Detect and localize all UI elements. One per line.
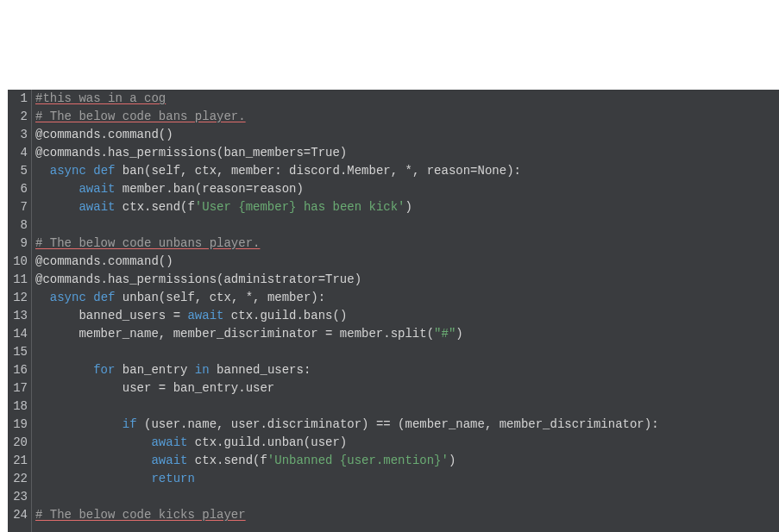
token-comment: #this was in a cog bbox=[35, 91, 166, 105]
code-line[interactable]: await member.ban(reason=reason) bbox=[35, 180, 779, 198]
token-async: async bbox=[50, 164, 86, 178]
token-comment: # The below code unbans player. bbox=[35, 236, 260, 250]
code-line[interactable]: member_name, member_discriminator = memb… bbox=[35, 325, 779, 343]
token-plain: banned_users: bbox=[210, 363, 311, 377]
token-plain: ctx.send(f bbox=[187, 454, 267, 467]
token-await: await bbox=[151, 454, 187, 467]
token-async: async bbox=[50, 291, 86, 304]
token-string: 'Unbanned {user.mention}' bbox=[267, 454, 449, 467]
code-area[interactable]: #this was in a cog# The below code bans … bbox=[32, 90, 779, 532]
line-number: 15 bbox=[8, 343, 31, 361]
token-plain: user = ban_entry.user bbox=[35, 381, 274, 395]
line-number: 22 bbox=[8, 470, 31, 488]
token-await: await bbox=[79, 182, 115, 196]
code-line[interactable] bbox=[35, 343, 779, 361]
token-plain bbox=[35, 472, 151, 485]
line-number: 3 bbox=[8, 126, 31, 144]
line-number: 16 bbox=[8, 361, 31, 379]
code-line[interactable]: await ctx.guild.unban(user) bbox=[35, 434, 779, 452]
code-line[interactable]: await ctx.send(f'Unbanned {user.mention}… bbox=[35, 452, 779, 470]
code-line[interactable]: user = ban_entry.user bbox=[35, 379, 779, 397]
token-return: return bbox=[151, 472, 194, 485]
line-number-gutter: 123456789101112131415161718192021222324 bbox=[8, 90, 32, 532]
token-plain bbox=[35, 435, 151, 449]
token-plain: ban_entry bbox=[115, 363, 194, 377]
token-string: "#" bbox=[434, 327, 455, 341]
code-line[interactable]: await ctx.send(f'User {member} has been … bbox=[35, 198, 779, 216]
token-plain bbox=[35, 200, 79, 214]
token-plain: ctx.guild.bans() bbox=[223, 309, 347, 322]
code-line[interactable]: #this was in a cog bbox=[35, 90, 779, 108]
token-plain: ) bbox=[405, 200, 412, 214]
token-string: 'User {member} has been kick' bbox=[195, 200, 405, 214]
token-plain: @commands.has_permissions(administrator=… bbox=[35, 272, 361, 286]
code-line[interactable] bbox=[35, 397, 779, 416]
token-plain: member.ban(reason=reason) bbox=[115, 182, 303, 196]
line-number: 6 bbox=[8, 180, 31, 198]
token-plain: @commands.command() bbox=[35, 254, 173, 268]
code-line[interactable]: async def unban(self, ctx, *, member): bbox=[35, 289, 779, 307]
line-number: 24 bbox=[8, 506, 31, 524]
line-number: 12 bbox=[8, 289, 31, 307]
token-plain bbox=[35, 454, 151, 467]
token-plain: banned_users = bbox=[35, 309, 187, 322]
token-plain bbox=[35, 182, 79, 196]
line-number: 10 bbox=[8, 253, 31, 271]
line-number: 23 bbox=[8, 488, 31, 506]
token-plain: ctx.send(f bbox=[115, 200, 194, 214]
code-line[interactable]: if (user.name, user.discriminator) == (m… bbox=[35, 416, 779, 434]
token-plain bbox=[35, 164, 50, 178]
token-keyword: def bbox=[93, 164, 115, 178]
token-await: await bbox=[79, 200, 115, 214]
code-line[interactable]: # The below code bans player. bbox=[35, 108, 779, 126]
token-plain bbox=[35, 291, 50, 304]
line-number: 1 bbox=[8, 90, 31, 108]
token-plain bbox=[35, 417, 123, 431]
token-plain: @commands.has_permissions(ban_members=Tr… bbox=[35, 146, 347, 160]
line-number: 8 bbox=[8, 216, 31, 235]
code-line[interactable]: return bbox=[35, 470, 779, 488]
line-number: 17 bbox=[8, 379, 31, 397]
token-plain: member_name, member_discriminator = memb… bbox=[35, 327, 434, 341]
code-line[interactable]: # The below code kicks player bbox=[35, 506, 779, 524]
code-editor[interactable]: 123456789101112131415161718192021222324 … bbox=[8, 90, 779, 532]
token-plain: ctx.guild.unban(user) bbox=[187, 435, 347, 449]
code-line[interactable]: # The below code unbans player. bbox=[35, 235, 779, 253]
token-if: if bbox=[123, 417, 137, 431]
token-plain bbox=[86, 164, 93, 178]
token-plain: ban(self, ctx, member: discord.Member, *… bbox=[115, 164, 520, 178]
token-plain: unban(self, ctx, *, member): bbox=[115, 291, 325, 304]
line-number: 21 bbox=[8, 452, 31, 470]
token-in: in bbox=[195, 363, 210, 377]
token-plain: ) bbox=[449, 454, 455, 467]
code-line[interactable]: @commands.has_permissions(ban_members=Tr… bbox=[35, 144, 779, 162]
token-plain: @commands.command() bbox=[35, 128, 173, 141]
line-number: 18 bbox=[8, 397, 31, 416]
code-line[interactable]: async def ban(self, ctx, member: discord… bbox=[35, 162, 779, 180]
line-number: 7 bbox=[8, 198, 31, 216]
line-number: 2 bbox=[8, 108, 31, 126]
line-number: 11 bbox=[8, 271, 31, 289]
line-number: 5 bbox=[8, 162, 31, 180]
token-plain bbox=[86, 291, 93, 304]
token-plain: ) bbox=[455, 327, 462, 341]
token-plain bbox=[35, 363, 93, 377]
code-line[interactable]: banned_users = await ctx.guild.bans() bbox=[35, 307, 779, 325]
line-number: 4 bbox=[8, 144, 31, 162]
token-comment: # The below code bans player. bbox=[35, 110, 246, 123]
token-comment: # The below code kicks player bbox=[35, 508, 246, 522]
line-number: 20 bbox=[8, 434, 31, 452]
line-number: 14 bbox=[8, 325, 31, 343]
code-line[interactable]: for ban_entry in banned_users: bbox=[35, 361, 779, 379]
code-line[interactable] bbox=[35, 216, 779, 235]
code-line[interactable]: @commands.has_permissions(administrator=… bbox=[35, 271, 779, 289]
line-number: 19 bbox=[8, 416, 31, 434]
token-plain: (user.name, user.discriminator) == (memb… bbox=[137, 417, 659, 431]
code-line[interactable]: @commands.command() bbox=[35, 253, 779, 271]
line-number: 13 bbox=[8, 307, 31, 325]
code-line[interactable] bbox=[35, 488, 779, 506]
line-number: 9 bbox=[8, 235, 31, 253]
token-keyword: def bbox=[93, 291, 115, 304]
token-for: for bbox=[93, 363, 115, 377]
code-line[interactable]: @commands.command() bbox=[35, 126, 779, 144]
